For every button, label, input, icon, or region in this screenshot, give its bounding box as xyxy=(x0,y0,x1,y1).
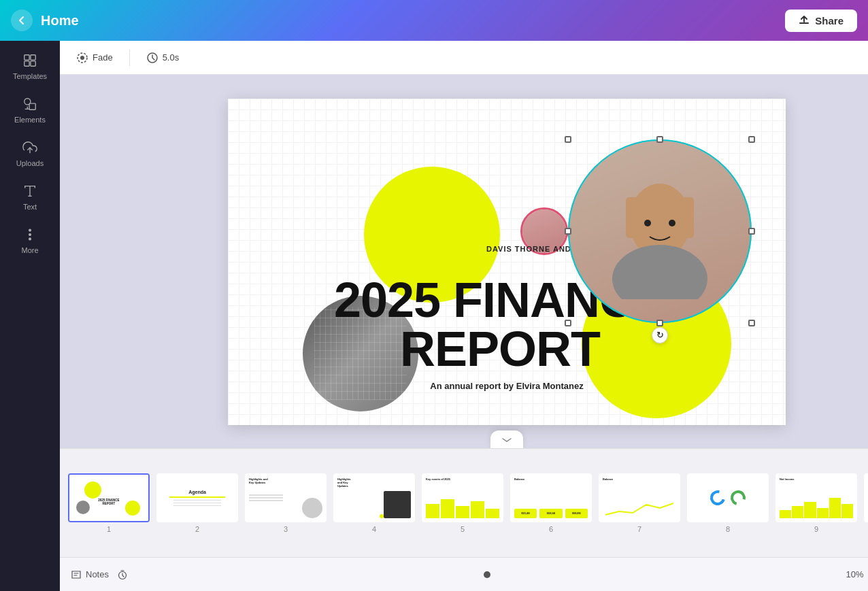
progress-indicator xyxy=(484,571,490,578)
film-thumb-4[interactable]: Highlightsand KeyUpdates xyxy=(333,473,415,522)
svg-rect-3 xyxy=(31,61,35,66)
sidebar-item-text[interactable]: Text xyxy=(3,177,57,218)
thumb-1-content: 2025 FINANCEREPORT xyxy=(69,475,148,521)
sidebar-item-more[interactable]: More xyxy=(3,220,57,261)
film-thumb-2[interactable]: Agenda xyxy=(156,473,238,522)
status-bar: Notes 10% 15 ? xyxy=(60,557,868,591)
title-line2: REPORT xyxy=(400,322,600,376)
transition-selector[interactable]: Fade xyxy=(71,49,118,67)
svg-rect-1 xyxy=(31,55,35,60)
handle-top-middle[interactable] xyxy=(656,136,663,143)
svg-point-9 xyxy=(29,238,31,240)
toolbar: Fade 5.0s xyxy=(60,41,868,75)
sidebar: Templates Elements Uploads Text xyxy=(0,41,60,591)
filmstrip-slide-2[interactable]: Agenda 2 xyxy=(156,473,238,533)
svg-point-19 xyxy=(669,220,675,226)
film-num-5: 5 xyxy=(461,525,465,533)
filmstrip-slide-8[interactable]: 8 xyxy=(687,473,769,533)
home-title: Home xyxy=(41,13,79,29)
film-num-7: 7 xyxy=(637,525,641,533)
notes-button[interactable]: Notes xyxy=(71,569,109,580)
film-thumb-3[interactable]: Highlights andKey Updates xyxy=(245,473,327,522)
film-num-1: 1 xyxy=(107,525,111,533)
status-right: 10% 15 ? xyxy=(846,565,869,584)
sidebar-uploads-label: Uploads xyxy=(16,159,44,167)
svg-rect-5 xyxy=(29,103,35,109)
notes-label: Notes xyxy=(86,569,109,579)
portrait-image xyxy=(568,139,752,323)
handle-top-left[interactable] xyxy=(565,136,571,143)
zoom-level: 10% xyxy=(846,569,864,579)
canvas-area[interactable]: DAVIS THORNE AND PARTNERS 2025 FINANCE R… xyxy=(60,75,868,448)
film-thumb-6[interactable]: Balance $321,456 $226,546 $605,896 xyxy=(510,473,592,522)
main-layout: Templates Elements Uploads Text xyxy=(0,41,868,591)
filmstrip-slide-1[interactable]: 2025 FINANCEREPORT 1 xyxy=(68,473,150,533)
thumb-8-content xyxy=(688,475,767,521)
handle-right-middle[interactable] xyxy=(748,228,755,235)
thumb-10-content: Cash Flow Statem... xyxy=(865,475,868,521)
film-thumb-5[interactable]: Key events of 2025 xyxy=(422,473,503,522)
film-thumb-8[interactable] xyxy=(687,473,769,522)
film-thumb-7[interactable]: Balance xyxy=(599,473,680,522)
handle-left-middle[interactable] xyxy=(565,228,571,235)
filmstrip-slide-6[interactable]: Balance $321,456 $226,546 $605,896 6 xyxy=(510,473,592,533)
header: Home Share xyxy=(0,0,868,41)
duration-label: 5.0s xyxy=(163,52,180,63)
film-thumb-10[interactable]: Cash Flow Statem... xyxy=(864,473,868,522)
handle-bottom-left[interactable] xyxy=(565,320,571,326)
sidebar-text-label: Text xyxy=(23,203,37,211)
film-num-9: 9 xyxy=(814,525,818,533)
thumb-7-content: Balance xyxy=(600,475,679,521)
slide-canvas: DAVIS THORNE AND PARTNERS 2025 FINANCE R… xyxy=(228,99,786,425)
film-num-2: 2 xyxy=(195,525,199,533)
filmstrip-slide-3[interactable]: Highlights andKey Updates 3 xyxy=(245,473,327,533)
sidebar-item-uploads[interactable]: Uploads xyxy=(3,133,57,174)
svg-point-7 xyxy=(29,229,31,231)
filmstrip-slide-5[interactable]: Key events of 2025 5 xyxy=(422,473,503,533)
handle-bottom-middle[interactable] xyxy=(656,320,663,326)
thumb-9-content: Net Income xyxy=(777,475,856,521)
svg-point-11 xyxy=(80,56,84,60)
filmstrip: 2025 FINANCEREPORT 1 Agenda xyxy=(60,448,868,557)
sidebar-elements-label: Elements xyxy=(14,116,46,124)
share-button[interactable]: Share xyxy=(785,10,857,32)
svg-point-8 xyxy=(29,234,31,236)
home-back-button[interactable] xyxy=(11,10,33,31)
film-thumb-9[interactable]: Net Income xyxy=(775,473,857,522)
status-center xyxy=(128,571,846,578)
filmstrip-slide-10[interactable]: Cash Flow Statem... 10 xyxy=(864,473,868,533)
svg-rect-17 xyxy=(626,197,694,238)
toolbar-divider xyxy=(129,50,130,66)
film-num-8: 8 xyxy=(726,525,730,533)
filmstrip-slide-7[interactable]: Balance 7 xyxy=(599,473,680,533)
film-num-6: 6 xyxy=(549,525,553,533)
header-left: Home xyxy=(11,10,79,31)
rotate-handle[interactable]: ↻ xyxy=(652,327,668,343)
filmstrip-slide-4[interactable]: Highlightsand KeyUpdates 4 xyxy=(333,473,415,533)
sidebar-item-templates[interactable]: Templates xyxy=(3,46,57,87)
svg-rect-2 xyxy=(24,61,29,66)
transition-label: Fade xyxy=(93,52,113,63)
collapse-filmstrip-handle[interactable] xyxy=(490,430,523,448)
thumb-5-content: Key events of 2025 xyxy=(423,475,502,521)
svg-rect-0 xyxy=(24,55,29,60)
thumb-2-content: Agenda xyxy=(158,475,237,521)
content-area: Fade 5.0s xyxy=(60,41,868,591)
thumb-6-content: Balance $321,456 $226,546 $605,896 xyxy=(512,475,590,521)
svg-point-16 xyxy=(612,245,707,299)
duration-selector[interactable]: 5.0s xyxy=(141,49,185,67)
handle-bottom-right[interactable] xyxy=(748,320,755,326)
thumb-3-content: Highlights andKey Updates xyxy=(246,475,325,521)
slide-subtitle: An annual report by Elvira Montanez xyxy=(228,381,786,391)
timer-button[interactable] xyxy=(117,569,128,580)
svg-point-18 xyxy=(644,220,651,226)
sidebar-templates-label: Templates xyxy=(13,72,47,80)
thumb-4-content: Highlightsand KeyUpdates xyxy=(335,475,414,521)
filmstrip-slide-9[interactable]: Net Income 9 xyxy=(775,473,857,533)
sidebar-item-elements[interactable]: Elements xyxy=(3,90,57,131)
share-label: Share xyxy=(815,15,844,27)
selected-element-wrapper[interactable]: ↻ xyxy=(568,139,752,323)
portrait-circle xyxy=(568,139,752,323)
handle-top-right[interactable] xyxy=(748,136,755,143)
film-thumb-1[interactable]: 2025 FINANCEREPORT xyxy=(68,473,150,522)
